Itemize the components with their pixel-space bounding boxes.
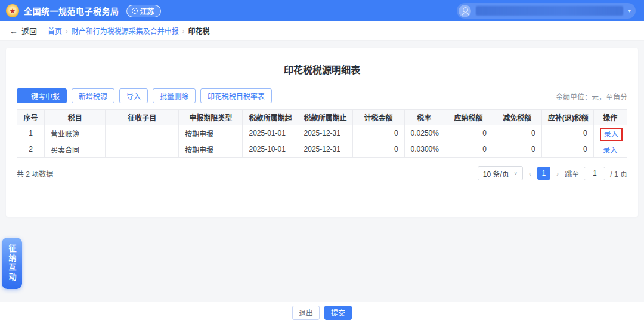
col-rate: 税率 — [404, 110, 444, 125]
col-period-type: 申报期限类型 — [179, 110, 243, 125]
enter-record-link[interactable]: 录入 — [600, 145, 620, 156]
col-period-end: 税款所属期止 — [298, 110, 352, 125]
cell-amount: 0 — [352, 141, 404, 158]
page-size-value: 10 条/页 — [483, 168, 509, 179]
jump-page-input[interactable] — [584, 167, 605, 180]
col-reduction: 减免税额 — [493, 110, 541, 125]
current-page-button[interactable]: 1 — [537, 167, 550, 180]
breadcrumb: 首页 › 财产和行为税税源采集及合并申报 › 印花税 — [48, 26, 209, 36]
breadcrumb-bar: ← 返回 首页 › 财产和行为税税源采集及合并申报 › 印花税 — [0, 21, 644, 41]
user-avatar-icon — [459, 5, 471, 17]
cell-due: 0 — [541, 125, 593, 141]
submit-button[interactable]: 提交 — [324, 306, 352, 320]
tax-source-card: 印花税税源明细表 一键零申报 新增税源 导入 批量删除 印花税税目税率表 金额单… — [6, 48, 638, 217]
col-taxable-amount: 计税金额 — [352, 110, 404, 125]
cell-reduction: 0 — [493, 141, 541, 158]
zero-declare-button[interactable]: 一键零申报 — [17, 88, 67, 103]
cell-end: 2025-12-31 — [298, 141, 352, 158]
prev-page-button[interactable]: ‹ — [528, 169, 532, 178]
col-seq: 序号 — [17, 110, 45, 125]
batch-delete-button[interactable]: 批量删除 — [153, 88, 196, 103]
footer-bar: 退出 提交 — [0, 302, 644, 323]
col-sub-item: 征收子目 — [106, 110, 179, 125]
breadcrumb-separator: › — [66, 27, 68, 35]
location-badge[interactable]: 江苏 — [126, 5, 161, 17]
user-name-redacted — [476, 6, 623, 16]
cell-payable: 0 — [444, 125, 493, 141]
toolbar-buttons: 一键零申报 新增税源 导入 批量删除 印花税税目税率表 — [17, 88, 272, 103]
exit-button[interactable]: 退出 — [292, 306, 320, 320]
toolbar: 一键零申报 新增税源 导入 批量删除 印花税税目税率表 金额单位：元，至角分 — [17, 88, 627, 103]
cell-operation: 录入 — [593, 141, 627, 158]
breadcrumb-collection[interactable]: 财产和行为税税源采集及合并申报 — [72, 26, 179, 36]
cell-rate: 0.0300% — [404, 141, 444, 158]
cell-payable: 0 — [444, 141, 493, 158]
col-tax-item: 税目 — [45, 110, 106, 125]
table-header: 序号 税目 征收子目 申报期限类型 税款所属期起 税款所属期止 计税金额 税率 … — [17, 110, 627, 125]
cell-start: 2025-10-01 — [243, 141, 298, 158]
interaction-side-tab[interactable]: 征纳互动 — [2, 238, 22, 289]
cell-reduction: 0 — [493, 125, 541, 141]
national-emblem-icon: ★ — [6, 4, 19, 17]
chevron-down-icon: ▾ — [628, 8, 631, 14]
next-page-button[interactable]: › — [555, 169, 560, 178]
cell-period_type: 按期申报 — [179, 141, 243, 158]
pagination: 10 条/页 ∨ ‹ 1 › 跳至 / 1 页 — [478, 166, 627, 180]
cell-amount: 0 — [352, 125, 404, 141]
app-title: 全国统一规范电子税务局 — [24, 5, 119, 17]
rate-table-button[interactable]: 印花税税目税率表 — [200, 88, 272, 103]
table-body: 1营业账簿按期申报2025-01-012025-12-3100.0250%000… — [17, 125, 627, 158]
cell-due: 0 — [541, 141, 593, 158]
total-count-text: 共 2 项数据 — [17, 168, 53, 179]
col-payable: 应纳税额 — [444, 110, 493, 125]
location-label: 江苏 — [140, 6, 154, 16]
cell-end: 2025-12-31 — [298, 125, 352, 141]
back-button[interactable]: ← 返回 — [10, 25, 37, 36]
cell-operation: 录入 — [593, 125, 627, 141]
cell-sub — [106, 125, 179, 141]
breadcrumb-separator: › — [182, 27, 185, 35]
brand: ★ 全国统一规范电子税务局 江苏 — [6, 4, 161, 17]
total-pages-label: / 1 页 — [610, 168, 627, 179]
table-footer: 共 2 项数据 10 条/页 ∨ ‹ 1 › 跳至 / 1 页 — [17, 166, 627, 180]
chevron-down-icon: ∨ — [514, 171, 518, 176]
cell-seq: 2 — [17, 141, 45, 158]
jump-to-label: 跳至 — [565, 168, 579, 179]
amount-unit-note: 金额单位：元，至角分 — [556, 91, 627, 103]
import-button[interactable]: 导入 — [119, 88, 148, 103]
tax-source-table: 序号 税目 征收子目 申报期限类型 税款所属期起 税款所属期止 计税金额 税率 … — [17, 109, 627, 158]
back-label: 返回 — [21, 25, 37, 36]
breadcrumb-home[interactable]: 首页 — [48, 26, 62, 36]
cell-rate: 0.0250% — [404, 125, 444, 141]
page-size-select[interactable]: 10 条/页 ∨ — [478, 166, 523, 180]
col-period-start: 税款所属期起 — [243, 110, 298, 125]
cell-item: 营业账簿 — [45, 125, 106, 141]
table-row: 1营业账簿按期申报2025-01-012025-12-3100.0250%000… — [17, 125, 627, 141]
cell-period_type: 按期申报 — [179, 125, 243, 141]
topbar: ★ 全国统一规范电子税务局 江苏 ▾ — [0, 0, 644, 21]
table-row: 2买卖合同按期申报2025-10-012025-12-3100.0300%000… — [17, 141, 627, 158]
location-pin-icon — [132, 8, 138, 14]
col-operation: 操作 — [593, 110, 627, 125]
cell-sub — [106, 141, 179, 158]
user-account-menu[interactable]: ▾ — [457, 3, 636, 19]
col-due: 应补(退)税额 — [541, 110, 593, 125]
enter-record-link[interactable]: 录入 — [600, 128, 623, 141]
breadcrumb-current: 印花税 — [188, 26, 209, 36]
page-title: 印花税税源明细表 — [17, 48, 627, 78]
back-arrow-icon: ← — [10, 26, 18, 36]
main-content: 印花税税源明细表 一键零申报 新增税源 导入 批量删除 印花税税目税率表 金额单… — [0, 41, 644, 302]
add-tax-source-button[interactable]: 新增税源 — [72, 88, 114, 103]
cell-start: 2025-01-01 — [243, 125, 298, 141]
cell-seq: 1 — [17, 125, 45, 141]
cell-item: 买卖合同 — [45, 141, 106, 158]
